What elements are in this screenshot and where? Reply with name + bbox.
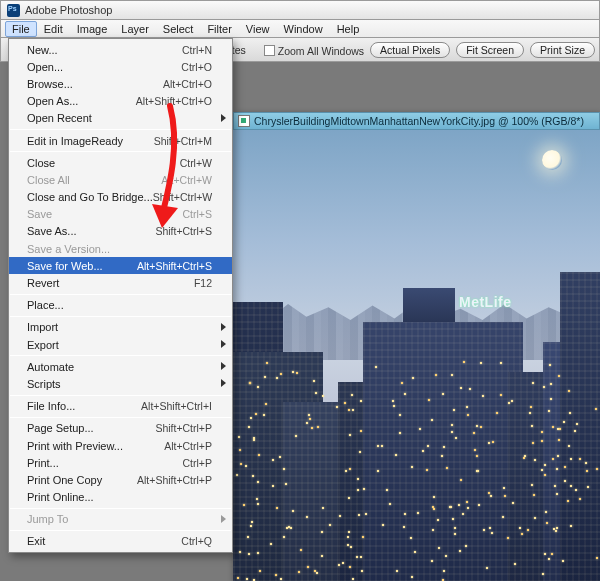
menu-item-label: Place... [27, 299, 212, 311]
app-title: Adobe Photoshop [25, 4, 112, 16]
fit-screen-button[interactable]: Fit Screen [456, 42, 524, 58]
menu-item-label: Save for Web... [27, 260, 137, 272]
menu-item-edit-in-imageready[interactable]: Edit in ImageReadyShift+Ctrl+M [9, 132, 232, 149]
menu-item-open-recent[interactable]: Open Recent [9, 110, 232, 127]
menu-item-save-as[interactable]: Save As...Shift+Ctrl+S [9, 223, 232, 240]
menu-item-label: Print One Copy [27, 474, 137, 486]
menu-item-print[interactable]: Print...Ctrl+P [9, 454, 232, 471]
menu-separator [10, 316, 231, 317]
menubar-item-edit[interactable]: Edit [37, 21, 70, 37]
menu-item-shortcut: Alt+Shift+Ctrl+P [137, 474, 212, 486]
menubar-item-view[interactable]: View [239, 21, 277, 37]
menu-item-print-one-copy[interactable]: Print One CopyAlt+Shift+Ctrl+P [9, 471, 232, 488]
file-menu-dropdown: New...Ctrl+NOpen...Ctrl+OBrowse...Alt+Ct… [8, 38, 233, 553]
menubar-item-image[interactable]: Image [70, 21, 115, 37]
menu-separator [10, 395, 231, 396]
print-size-button[interactable]: Print Size [530, 42, 595, 58]
menu-separator [10, 417, 231, 418]
menu-item-label: Close [27, 157, 180, 169]
chevron-right-icon [221, 340, 226, 348]
menu-item-export[interactable]: Export [9, 336, 232, 353]
menu-item-label: Save a Version... [27, 243, 212, 255]
menu-item-save-a-version: Save a Version... [9, 240, 232, 257]
menu-item-shortcut: F12 [194, 277, 212, 289]
menubar-item-window[interactable]: Window [277, 21, 330, 37]
menu-item-shortcut: Shift+Ctrl+P [155, 422, 212, 434]
menu-item-label: Print... [27, 457, 183, 469]
document-window[interactable]: ChryslerBuildingMidtownManhattanNewYorkC… [233, 112, 600, 581]
zoom-all-label: Zoom All Windows [278, 45, 364, 57]
menu-item-shortcut: Alt+Ctrl+P [164, 440, 212, 452]
menu-item-place[interactable]: Place... [9, 297, 232, 314]
document-title: ChryslerBuildingMidtownManhattanNewYorkC… [254, 115, 584, 127]
menu-item-label: Scripts [27, 378, 212, 390]
menu-item-label: Export [27, 339, 212, 351]
menu-item-shortcut: Alt+Shift+Ctrl+I [141, 400, 212, 412]
menu-item-open-as[interactable]: Open As...Alt+Shift+Ctrl+O [9, 93, 232, 110]
menu-item-shortcut: Alt+Ctrl+O [163, 78, 212, 90]
menubar-item-filter[interactable]: Filter [200, 21, 238, 37]
menubar-item-help[interactable]: Help [330, 21, 367, 37]
menubar-item-select[interactable]: Select [156, 21, 201, 37]
building-metlife: MetLife [363, 322, 523, 581]
menu-item-close-and-go-to-bridge[interactable]: Close and Go To Bridge...Shift+Ctrl+W [9, 189, 232, 206]
menu-item-scripts[interactable]: Scripts [9, 375, 232, 392]
menu-item-save: SaveCtrl+S [9, 206, 232, 223]
menu-item-label: Print with Preview... [27, 440, 164, 452]
menu-item-label: Open... [27, 61, 181, 73]
metlife-sign: MetLife [459, 294, 512, 310]
menu-item-automate[interactable]: Automate [9, 358, 232, 375]
menu-separator [10, 294, 231, 295]
menu-item-label: Automate [27, 361, 212, 373]
menu-item-save-for-web[interactable]: Save for Web...Alt+Shift+Ctrl+S [9, 257, 232, 274]
menu-item-label: Save [27, 208, 183, 220]
app-titlebar: Adobe Photoshop [0, 0, 600, 20]
menu-item-revert[interactable]: RevertF12 [9, 274, 232, 291]
menu-item-label: Exit [27, 535, 181, 547]
menu-item-shortcut: Shift+Ctrl+S [155, 225, 212, 237]
menu-item-label: Close All [27, 174, 161, 186]
menu-item-shortcut: Alt+Ctrl+W [161, 174, 212, 186]
chevron-right-icon [221, 515, 226, 523]
menubar-item-file[interactable]: File [5, 21, 37, 37]
menu-item-label: Open As... [27, 95, 136, 107]
menu-item-close-all: Close AllAlt+Ctrl+W [9, 171, 232, 188]
menubar-item-layer[interactable]: Layer [114, 21, 156, 37]
app-icon [7, 4, 20, 17]
menu-item-close[interactable]: CloseCtrl+W [9, 154, 232, 171]
menu-item-shortcut: Alt+Shift+Ctrl+S [137, 260, 212, 272]
menu-item-label: Edit in ImageReady [27, 135, 154, 147]
actual-pixels-button[interactable]: Actual Pixels [370, 42, 450, 58]
menu-item-import[interactable]: Import [9, 319, 232, 336]
document-canvas[interactable]: MetLife [233, 130, 600, 581]
menu-item-shortcut: Ctrl+S [183, 208, 212, 220]
menu-separator [10, 129, 231, 130]
document-titlebar[interactable]: ChryslerBuildingMidtownManhattanNewYorkC… [233, 112, 600, 130]
menu-item-print-online[interactable]: Print Online... [9, 489, 232, 506]
menu-item-label: Jump To [27, 513, 212, 525]
menu-item-label: Browse... [27, 78, 163, 90]
menu-item-label: Import [27, 321, 212, 333]
menu-separator [10, 355, 231, 356]
menu-item-print-with-preview[interactable]: Print with Preview...Alt+Ctrl+P [9, 437, 232, 454]
menu-item-shortcut: Alt+Shift+Ctrl+O [136, 95, 212, 107]
menu-item-shortcut: Ctrl+N [182, 44, 212, 56]
menu-item-shortcut: Shift+Ctrl+M [154, 135, 212, 147]
menu-item-page-setup[interactable]: Page Setup...Shift+Ctrl+P [9, 420, 232, 437]
menu-item-file-info[interactable]: File Info...Alt+Shift+Ctrl+I [9, 398, 232, 415]
menu-item-label: Open Recent [27, 112, 212, 124]
chevron-right-icon [221, 114, 226, 122]
menu-item-label: Save As... [27, 225, 155, 237]
document-icon [238, 115, 250, 127]
menu-item-open[interactable]: Open...Ctrl+O [9, 58, 232, 75]
menu-item-exit[interactable]: ExitCtrl+Q [9, 533, 232, 550]
menu-separator [10, 151, 231, 152]
chevron-right-icon [221, 379, 226, 387]
zoom-all-checkbox[interactable]: Zoom All Windows [264, 41, 364, 59]
menu-item-label: Revert [27, 277, 194, 289]
menu-item-label: New... [27, 44, 182, 56]
menu-separator [10, 530, 231, 531]
menu-item-new[interactable]: New...Ctrl+N [9, 41, 232, 58]
building [560, 272, 600, 581]
menu-item-browse[interactable]: Browse...Alt+Ctrl+O [9, 75, 232, 92]
